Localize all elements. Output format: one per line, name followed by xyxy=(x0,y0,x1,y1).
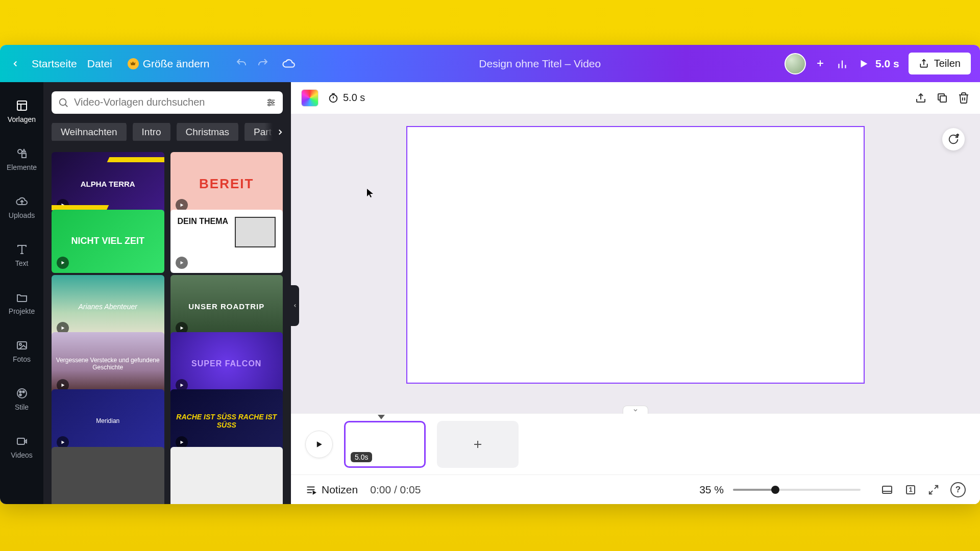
home-button[interactable]: Startseite xyxy=(32,58,77,70)
svg-marker-35 xyxy=(62,327,65,330)
elements-icon xyxy=(15,147,29,160)
svg-marker-38 xyxy=(180,384,183,387)
search-input[interactable] xyxy=(74,96,260,108)
template-item[interactable]: DEIN THEMA xyxy=(170,210,283,273)
template-grid[interactable]: ALPHA TERRA BEREIT NICHT VIEL ZEIT DEIN … xyxy=(52,152,283,504)
chip-weihnachten[interactable]: Weihnachten xyxy=(52,123,127,141)
chips-scroll-right[interactable] xyxy=(264,123,283,141)
delete-page-button[interactable] xyxy=(958,92,970,104)
template-item[interactable] xyxy=(52,447,164,504)
projects-icon xyxy=(15,291,29,304)
play-icon xyxy=(176,257,188,269)
templates-panel: Weihnachten Intro Christmas Party ALPHA … xyxy=(43,82,291,504)
preview-play-button[interactable]: 5.0 s xyxy=(858,58,899,70)
undo-button[interactable] xyxy=(235,57,248,70)
share-label: Teilen xyxy=(934,58,961,69)
file-menu[interactable]: Datei xyxy=(87,58,112,70)
svg-point-10 xyxy=(18,149,22,154)
svg-point-19 xyxy=(22,391,24,393)
filter-button[interactable] xyxy=(265,97,277,108)
notes-icon xyxy=(305,484,316,495)
svg-point-23 xyxy=(60,99,66,106)
page-duration-button[interactable]: 5.0 s xyxy=(328,92,365,104)
redo-button[interactable] xyxy=(257,57,269,70)
grid-view-button[interactable] xyxy=(881,482,893,497)
svg-point-16 xyxy=(19,343,21,345)
background-color-button[interactable] xyxy=(301,89,318,107)
rail-projects[interactable]: Projekte xyxy=(0,279,43,327)
user-avatar[interactable] xyxy=(785,53,806,74)
canvas-page[interactable] xyxy=(406,126,865,384)
search-bar[interactable] xyxy=(52,91,283,114)
template-item[interactable]: BEREIT xyxy=(170,152,283,215)
template-item[interactable]: Vergessene Verstecke und gefundene Gesch… xyxy=(52,332,164,395)
template-item[interactable]: UNSER ROADTRIP xyxy=(170,275,283,338)
rail-elements[interactable]: Elemente xyxy=(0,135,43,183)
rail-photos[interactable]: Fotos xyxy=(0,327,43,375)
export-page-button[interactable] xyxy=(915,92,927,104)
svg-marker-54 xyxy=(313,491,316,494)
svg-text:+: + xyxy=(957,134,959,138)
rail-uploads[interactable]: Uploads xyxy=(0,183,43,231)
fullscreen-button[interactable] xyxy=(928,482,939,497)
collapse-panel-button[interactable] xyxy=(291,285,299,326)
template-item[interactable]: ALPHA TERRA xyxy=(52,152,164,215)
styles-icon xyxy=(15,387,29,400)
page-list-button[interactable]: 1 xyxy=(904,482,917,497)
playhead-marker[interactable] xyxy=(378,415,385,419)
template-item[interactable]: SUPER FALCON xyxy=(170,332,283,395)
svg-line-59 xyxy=(929,490,933,493)
resize-button[interactable]: Größe ändern xyxy=(128,58,210,70)
timeline-play-button[interactable] xyxy=(305,431,333,458)
document-title[interactable]: Design ohne Titel – Video xyxy=(479,58,601,70)
duplicate-page-button[interactable] xyxy=(936,92,948,104)
svg-marker-36 xyxy=(180,327,183,330)
rail-videos[interactable]: Videos xyxy=(0,423,43,471)
chip-christmas[interactable]: Christmas xyxy=(177,123,239,141)
uploads-icon xyxy=(15,195,29,208)
svg-marker-48 xyxy=(317,441,322,447)
add-collaborator-button[interactable] xyxy=(815,58,826,69)
back-button[interactable] xyxy=(9,58,21,70)
zoom-slider-knob[interactable] xyxy=(771,486,779,494)
help-button[interactable]: ? xyxy=(950,482,966,497)
preview-duration: 5.0 s xyxy=(875,58,899,70)
rail-templates[interactable]: Vorlagen xyxy=(0,87,43,135)
template-item[interactable] xyxy=(170,447,283,504)
collapse-timeline-button[interactable] xyxy=(623,406,648,414)
template-item[interactable]: NICHT VIEL ZEIT xyxy=(52,210,164,273)
svg-marker-32 xyxy=(180,204,183,207)
add-page-button[interactable] xyxy=(437,421,519,468)
insights-button[interactable] xyxy=(836,57,849,70)
top-bar: Startseite Datei Größe ändern xyxy=(0,45,980,82)
svg-point-18 xyxy=(19,391,21,393)
svg-rect-45 xyxy=(940,96,946,102)
svg-marker-40 xyxy=(180,441,183,444)
svg-point-20 xyxy=(19,394,21,396)
zoom-percentage[interactable]: 35 % xyxy=(699,484,724,496)
zoom-slider[interactable] xyxy=(733,489,861,491)
svg-marker-34 xyxy=(180,261,183,264)
cloud-sync-icon[interactable] xyxy=(282,57,296,70)
svg-rect-15 xyxy=(17,342,27,349)
notes-button[interactable]: Notizen xyxy=(305,484,358,496)
share-button[interactable]: Teilen xyxy=(909,53,971,74)
timeline-clip[interactable]: 5.0s xyxy=(344,421,426,468)
template-item[interactable]: RACHE IST SÜSS RACHE IST SÜSS xyxy=(170,389,283,453)
template-item[interactable]: Arianes Abenteuer xyxy=(52,275,164,338)
regenerate-button[interactable]: + xyxy=(942,128,965,151)
svg-line-24 xyxy=(65,105,68,107)
svg-point-29 xyxy=(272,102,274,104)
rail-text[interactable]: Text xyxy=(0,231,43,279)
svg-point-17 xyxy=(17,389,27,398)
crown-icon xyxy=(128,58,139,69)
resize-label: Größe ändern xyxy=(143,58,210,70)
svg-point-30 xyxy=(268,104,271,106)
rail-styles[interactable]: Stile xyxy=(0,375,43,423)
timeline: 5.0s xyxy=(291,413,980,474)
chip-intro[interactable]: Intro xyxy=(133,123,170,141)
template-item[interactable]: Meridian xyxy=(52,389,164,453)
filter-chips: Weihnachten Intro Christmas Party xyxy=(52,123,283,141)
stage[interactable]: + xyxy=(291,114,980,413)
text-icon xyxy=(15,243,29,256)
